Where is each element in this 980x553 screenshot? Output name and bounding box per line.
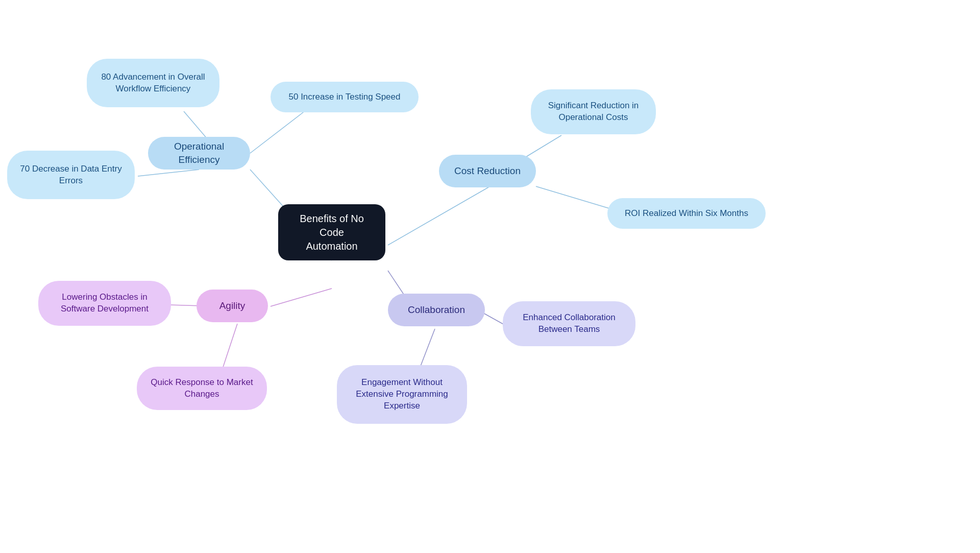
collaboration-node: Collaboration [388,294,485,326]
testing-speed-node: 50 Increase in Testing Speed [271,82,419,112]
engagement-node: Engagement Without Extensive Programming… [337,365,467,424]
advancement-node: 80 Advancement in Overall Workflow Effic… [87,59,219,107]
svg-line-3 [138,170,199,176]
svg-line-6 [536,186,612,209]
operational-efficiency-label: Operational Efficiency [159,140,239,166]
enhanced-collab-node: Enhanced Collaboration Between Teams [503,301,635,346]
svg-line-4 [388,186,490,245]
engagement-label: Engagement Without Extensive Programming… [356,377,448,412]
quick-response-node: Quick Response to Market Changes [137,367,267,410]
quick-response-label: Quick Response to Market Changes [151,377,253,400]
operational-costs-node: Significant Reduction in Operational Cos… [531,89,656,134]
roi-label: ROI Realized Within Six Months [625,208,748,220]
agility-label: Agility [219,299,246,312]
data-entry-label: 70 Decrease in Data Entry Errors [20,163,121,187]
roi-node: ROI Realized Within Six Months [607,198,766,229]
testing-speed-label: 50 Increase in Testing Speed [289,91,401,103]
svg-line-11 [482,312,505,325]
data-entry-node: 70 Decrease in Data Entry Errors [7,151,135,199]
cost-reduction-label: Cost Reduction [454,164,521,178]
center-label: Benefits of No Code Automation [289,212,374,253]
svg-line-7 [271,288,332,306]
lowering-obstacles-label: Lowering Obstacles in Software Developme… [61,292,149,315]
cost-reduction-node: Cost Reduction [439,155,536,187]
enhanced-collab-label: Enhanced Collaboration Between Teams [523,312,615,335]
collaboration-label: Collaboration [408,303,465,317]
center-node: Benefits of No Code Automation [278,204,385,260]
advancement-label: 80 Advancement in Overall Workflow Effic… [101,71,205,95]
lowering-obstacles-node: Lowering Obstacles in Software Developme… [38,281,171,326]
operational-efficiency-node: Operational Efficiency [148,137,250,170]
operational-costs-label: Significant Reduction in Operational Cos… [548,100,639,124]
agility-node: Agility [197,290,268,322]
